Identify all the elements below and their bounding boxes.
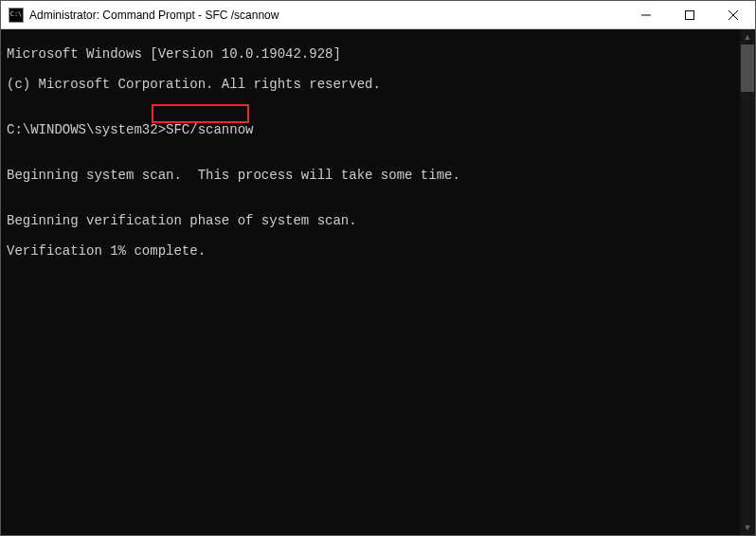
- scroll-down-button[interactable]: ▼: [740, 520, 755, 535]
- command-prompt-window: C:\ Administrator: Command Prompt - SFC …: [0, 0, 756, 536]
- output-line: Beginning system scan. This process will…: [7, 168, 740, 183]
- window-title: Administrator: Command Prompt - SFC /sca…: [29, 9, 279, 22]
- close-button[interactable]: [711, 1, 755, 28]
- maximize-button[interactable]: [668, 1, 711, 28]
- titlebar[interactable]: C:\ Administrator: Command Prompt - SFC …: [1, 1, 755, 29]
- output-line: Verification 1% complete.: [7, 243, 740, 259]
- command-text: SFC/scannow: [166, 122, 253, 137]
- prompt-text: C:\WINDOWS\system32>: [7, 122, 166, 137]
- scroll-up-button[interactable]: ▲: [740, 29, 755, 45]
- close-icon: [729, 10, 738, 20]
- terminal-content: Microsoft Windows [Version 10.0.19042.92…: [1, 29, 740, 535]
- minimize-button[interactable]: [624, 1, 668, 28]
- prompt-line: C:\WINDOWS\system32>SFC/scannow: [7, 122, 740, 137]
- terminal-body[interactable]: Microsoft Windows [Version 10.0.19042.92…: [1, 29, 755, 535]
- output-line: (c) Microsoft Corporation. All rights re…: [7, 77, 740, 92]
- output-line: Beginning verification phase of system s…: [7, 213, 740, 228]
- output-line: Microsoft Windows [Version 10.0.19042.92…: [7, 46, 740, 62]
- minimize-icon: [641, 10, 651, 20]
- scroll-thumb[interactable]: [741, 45, 754, 92]
- window-controls: [624, 1, 755, 28]
- svg-rect-0: [686, 10, 694, 19]
- maximize-icon: [685, 10, 694, 20]
- cmd-icon: C:\: [9, 8, 24, 23]
- vertical-scrollbar[interactable]: ▲ ▼: [740, 29, 755, 535]
- cmd-icon-glyph: C:\: [10, 11, 23, 18]
